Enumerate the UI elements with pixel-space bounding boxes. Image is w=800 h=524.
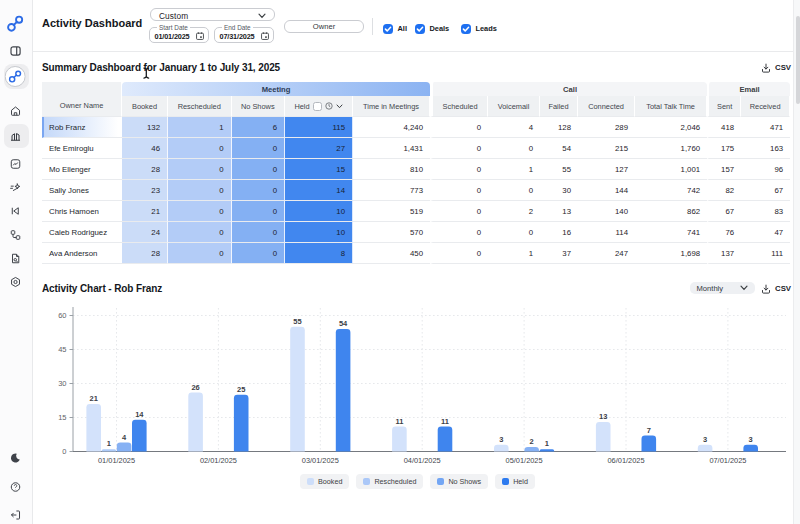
svg-text:14: 14	[135, 410, 144, 419]
svg-text:1: 1	[545, 439, 549, 448]
svg-text:01/01/2025: 01/01/2025	[98, 456, 135, 465]
svg-text:07/01/2025: 07/01/2025	[709, 456, 746, 465]
svg-text:03/01/2025: 03/01/2025	[302, 456, 339, 465]
svg-text:4: 4	[122, 433, 127, 442]
svg-text:25: 25	[237, 385, 245, 394]
svg-text:7: 7	[647, 426, 651, 435]
svg-text:11: 11	[441, 417, 449, 426]
svg-text:06/01/2025: 06/01/2025	[608, 456, 645, 465]
svg-text:1: 1	[107, 439, 111, 448]
svg-text:02/01/2025: 02/01/2025	[200, 456, 237, 465]
svg-text:0: 0	[62, 447, 66, 456]
svg-text:26: 26	[191, 383, 199, 392]
svg-text:60: 60	[58, 311, 66, 320]
svg-text:21: 21	[90, 394, 98, 403]
svg-text:3: 3	[499, 435, 503, 444]
svg-text:11: 11	[395, 417, 403, 426]
svg-text:3: 3	[703, 435, 707, 444]
svg-text:55: 55	[293, 317, 301, 326]
svg-text:54: 54	[339, 319, 348, 328]
svg-text:05/01/2025: 05/01/2025	[506, 456, 543, 465]
svg-text:15: 15	[58, 413, 66, 422]
svg-text:30: 30	[58, 379, 66, 388]
svg-text:2: 2	[530, 437, 534, 446]
svg-text:04/01/2025: 04/01/2025	[404, 456, 441, 465]
svg-text:3: 3	[749, 435, 753, 444]
svg-text:13: 13	[599, 412, 607, 421]
svg-text:45: 45	[58, 345, 66, 354]
